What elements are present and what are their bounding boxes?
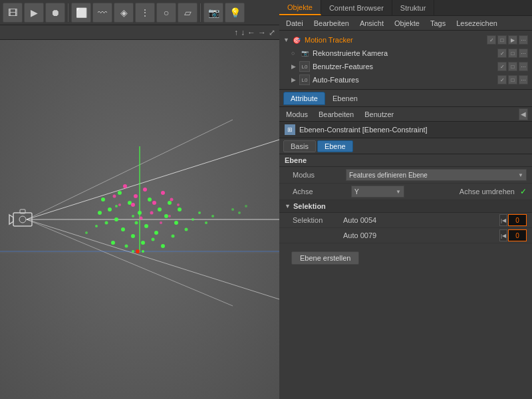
tree-item-auto-features[interactable]: ▶ L0 Auto-Features ✓ □ ⋯ xyxy=(287,73,532,86)
sep1 xyxy=(68,3,68,22)
action-btn-1[interactable]: ✓ xyxy=(487,35,496,45)
svg-point-34 xyxy=(152,238,155,241)
achse-label: Achse xyxy=(293,188,346,196)
svg-point-19 xyxy=(114,217,118,221)
sel-label-1: Selektion xyxy=(293,216,339,224)
auto-action-2[interactable]: □ xyxy=(508,75,517,84)
modus-row: Modus Features definieren Ebene ▼ xyxy=(279,167,532,184)
circle-tool-btn[interactable]: ○ xyxy=(156,3,176,23)
achse-dropdown[interactable]: Y ▼ xyxy=(351,186,404,198)
menu-bearbeiten[interactable]: Bearbeiten xyxy=(311,18,352,29)
svg-point-46 xyxy=(132,215,134,217)
sel-num-1[interactable]: 0 xyxy=(508,214,527,226)
svg-point-62 xyxy=(118,203,121,206)
ebene-section-header[interactable]: Ebene xyxy=(279,154,532,167)
plane-tool-btn[interactable]: ▱ xyxy=(178,3,198,23)
tree-item-motion-tracker[interactable]: ▼ 🎯 Motion Tracker ✓ □ ▶ ⋯ xyxy=(279,33,532,47)
sub-tab-bar: Basis Ebene xyxy=(279,138,532,154)
nav-up-icon[interactable]: ↑ xyxy=(234,28,238,37)
attr-menu-bearbeiten[interactable]: Bearbeiten xyxy=(316,109,356,120)
svg-point-45 xyxy=(85,231,88,234)
dots-tool-btn[interactable]: ⋮ xyxy=(135,3,155,23)
tab-struktur[interactable]: Struktur xyxy=(392,0,435,15)
ebene-erstellen-button[interactable]: Ebene erstellen xyxy=(291,251,359,265)
benutzer-action-3[interactable]: ⋯ xyxy=(519,62,528,71)
menu-lesezeichen[interactable]: Lesezeichen xyxy=(454,18,500,29)
light-tool-btn[interactable]: 💡 xyxy=(225,3,245,23)
menu-objekte[interactable]: Objekte xyxy=(392,18,422,29)
svg-point-30 xyxy=(161,244,165,248)
svg-point-58 xyxy=(170,198,174,201)
svg-point-44 xyxy=(211,215,214,217)
action-btn-4[interactable]: ⋯ xyxy=(519,35,528,45)
tree-item-rekonstruierte-kamera[interactable]: ○ 📷 Rekonstruierte Kamera ✓ □ ⋯ xyxy=(287,47,532,60)
cube-tool-btn[interactable]: ⬜ xyxy=(71,3,91,23)
nav-expand-icon[interactable]: ⤢ xyxy=(269,28,275,37)
menu-datei[interactable]: Datei xyxy=(283,18,306,29)
nav-down-icon[interactable]: ↓ xyxy=(241,28,245,37)
sel-name-1: Auto 0054 xyxy=(343,216,495,224)
svg-point-37 xyxy=(135,221,138,225)
achse-umdrehen-label: Achse umdrehen xyxy=(460,188,515,196)
selektion-arrow: ▼ xyxy=(285,203,291,209)
tree-expand-auto[interactable]: ▶ xyxy=(291,76,299,83)
nav-left-icon[interactable]: ← xyxy=(247,28,255,37)
top-tab-bar: Objekte Content Browser Struktur xyxy=(279,0,532,16)
kamera-action-3[interactable]: ⋯ xyxy=(519,49,528,58)
kamera-icon: 📷 xyxy=(299,48,310,59)
action-btn-2[interactable]: □ xyxy=(497,35,507,45)
sub-tab-ebene[interactable]: Ebene xyxy=(317,140,353,152)
achse-dropdown-arrow: ▼ xyxy=(396,189,401,195)
constraint-icon: ⊞ xyxy=(285,124,295,135)
achse-row: Achse Y ▼ Achse umdrehen ✓ xyxy=(279,184,532,200)
attr-menu-bar: Modus Bearbeiten Benutzer ◀ xyxy=(279,107,532,122)
attr-arrow-btn[interactable]: ◀ xyxy=(519,108,528,120)
tree-expand-kamera[interactable]: ○ xyxy=(291,50,299,57)
tab-objekte[interactable]: Objekte xyxy=(279,0,321,15)
sub-tab-basis[interactable]: Basis xyxy=(283,140,316,152)
achse-umdrehen-check: ✓ xyxy=(520,187,527,196)
sel-input-1: |◀ 0 xyxy=(499,214,527,226)
auto-action-3[interactable]: ⋯ xyxy=(519,75,528,84)
film-strip-tool-btn[interactable]: 🎞 xyxy=(3,3,23,23)
auto-action-1[interactable]: ✓ xyxy=(497,75,507,84)
svg-point-31 xyxy=(111,241,115,245)
svg-point-47 xyxy=(231,208,234,211)
camera-tool-btn[interactable]: 📷 xyxy=(203,3,223,23)
svg-point-27 xyxy=(178,207,182,211)
svg-point-43 xyxy=(205,221,207,224)
object-tool-btn[interactable]: ◈ xyxy=(114,3,134,23)
selektion-title: Selektion xyxy=(293,202,326,210)
svg-point-23 xyxy=(144,224,148,228)
svg-point-18 xyxy=(158,207,162,211)
play-tool-btn[interactable]: ▶ xyxy=(24,3,44,23)
attr-menu-modus[interactable]: Modus xyxy=(283,109,311,120)
tab-attribute[interactable]: Attribute xyxy=(283,92,325,105)
svg-point-26 xyxy=(174,221,178,225)
record-tool-btn[interactable]: ⏺ xyxy=(45,3,65,23)
selektion-header[interactable]: ▼ Selektion xyxy=(279,200,532,213)
menu-tags[interactable]: Tags xyxy=(428,18,448,29)
kamera-action-1[interactable]: ✓ xyxy=(497,49,507,58)
tree-item-benutzer-features[interactable]: ▶ L0 Benutzer-Features ✓ □ ⋯ xyxy=(287,60,532,73)
tree-expand-motion-tracker[interactable]: ▼ xyxy=(283,37,291,43)
svg-point-33 xyxy=(125,245,128,248)
attr-menu-benutzer[interactable]: Benutzer xyxy=(362,109,396,120)
modus-dropdown[interactable]: Features definieren Ebene ▼ xyxy=(346,169,527,181)
nav-right-icon[interactable]: → xyxy=(258,28,266,37)
tab-ebenen[interactable]: Ebenen xyxy=(325,92,365,105)
sel-num-2[interactable]: 0 xyxy=(508,229,527,241)
svg-point-59 xyxy=(113,195,116,198)
benutzer-action-2[interactable]: □ xyxy=(508,62,517,71)
svg-point-56 xyxy=(140,217,143,220)
benutzer-icon: L0 xyxy=(299,61,310,72)
kamera-label: Rekonstruierte Kamera xyxy=(313,49,497,57)
benutzer-action-1[interactable]: ✓ xyxy=(497,62,507,71)
viewport-canvas[interactable] xyxy=(0,40,279,399)
menu-ansicht[interactable]: Ansicht xyxy=(357,18,386,29)
action-btn-3[interactable]: ▶ xyxy=(508,35,517,45)
tree-expand-benutzer[interactable]: ▶ xyxy=(291,63,299,70)
kamera-action-2[interactable]: □ xyxy=(508,49,517,58)
tab-content-browser[interactable]: Content Browser xyxy=(321,0,392,15)
curve-tool-btn[interactable]: 〰 xyxy=(92,3,112,23)
